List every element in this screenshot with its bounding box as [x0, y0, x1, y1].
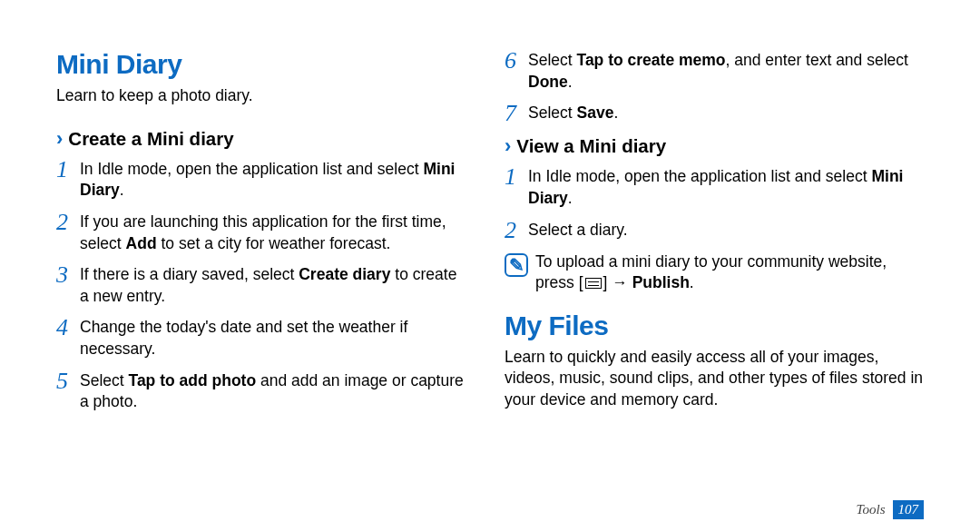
intro-text: Learn to keep a photo diary. [56, 85, 468, 107]
step-row: 1 In Idle mode, open the application lis… [56, 158, 468, 202]
step-text: In Idle mode, open the application list … [80, 158, 468, 202]
step-row: 6 Select Tap to create memo, and enter t… [505, 49, 924, 93]
step-row: 2 If you are launching this application … [56, 211, 468, 254]
footer-page-number: 107 [893, 500, 925, 519]
step-text: If you are launching this application fo… [80, 211, 468, 254]
step-number: 5 [56, 369, 80, 393]
step-row: 1 In Idle mode, open the application lis… [505, 165, 924, 209]
step-text: Change the today's date and set the weat… [80, 316, 468, 360]
step-text: If there is a diary saved, select Create… [80, 263, 468, 307]
footer-section-label: Tools [857, 502, 886, 517]
step-number: 1 [505, 165, 528, 189]
step-text: Select Save. [528, 102, 924, 124]
menu-key-icon [585, 278, 602, 289]
step-number: 2 [505, 219, 528, 242]
subheading-view: › View a Mini diary [505, 134, 924, 158]
note-text: To upload a mini diary to your community… [535, 251, 924, 294]
manual-page: Mini Diary Learn to keep a photo diary. … [0, 0, 980, 532]
subheading-create: › Create a Mini diary [56, 127, 468, 151]
page-footer: Tools 107 [857, 500, 924, 519]
step-text: In Idle mode, open the application list … [528, 165, 924, 209]
step-number: 1 [56, 158, 80, 182]
step-number: 2 [56, 211, 80, 234]
step-row: 5 Select Tap to add photo and add an ima… [56, 369, 468, 413]
right-column: 6 Select Tap to create memo, and enter t… [490, 49, 924, 508]
step-row: 2 Select a diary. [505, 219, 924, 242]
step-row: 4 Change the today's date and set the we… [56, 316, 468, 360]
heading-mini-diary: Mini Diary [56, 49, 468, 80]
left-column: Mini Diary Learn to keep a photo diary. … [56, 49, 490, 508]
step-number: 7 [505, 102, 528, 125]
step-number: 4 [56, 316, 80, 340]
chevron-icon: › [56, 127, 63, 151]
step-text: Select Tap to create memo, and enter tex… [528, 49, 924, 93]
note-icon: ✎ [505, 253, 528, 277]
step-number: 6 [505, 49, 528, 73]
intro-my-files: Learn to quickly and easily access all o… [505, 347, 924, 411]
heading-my-files: My Files [505, 310, 924, 341]
step-text: Select Tap to add photo and add an image… [80, 369, 468, 413]
step-number: 3 [56, 263, 80, 287]
step-row: 7 Select Save. [505, 102, 924, 125]
chevron-icon: › [505, 134, 511, 158]
subheading-create-text: Create a Mini diary [68, 128, 233, 150]
note-block: ✎ To upload a mini diary to your communi… [505, 251, 924, 294]
step-row: 3 If there is a diary saved, select Crea… [56, 263, 468, 307]
step-text: Select a diary. [528, 219, 924, 241]
subheading-view-text: View a Mini diary [516, 135, 666, 157]
